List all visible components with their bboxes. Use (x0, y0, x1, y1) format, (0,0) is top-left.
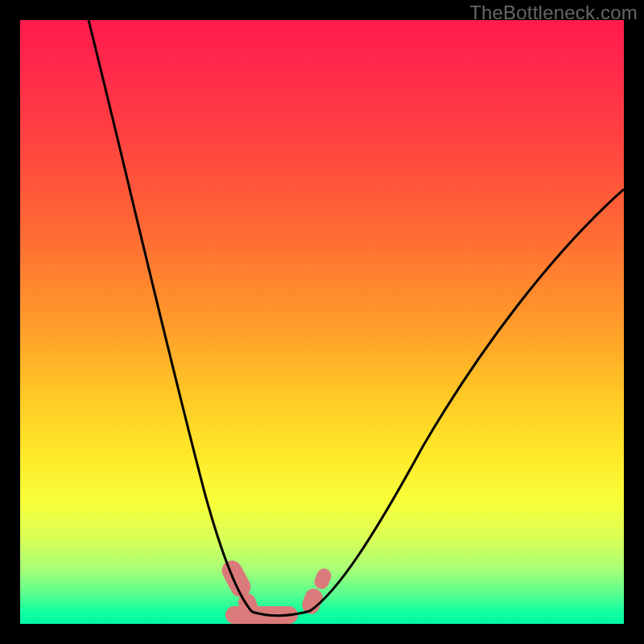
curve-valley (252, 611, 310, 616)
curve-right-branch (310, 189, 624, 611)
plot-area (20, 20, 624, 624)
curve-left-branch (89, 20, 252, 612)
chart-frame: TheBottleneck.com (0, 0, 644, 644)
bottleneck-curve (20, 20, 624, 624)
